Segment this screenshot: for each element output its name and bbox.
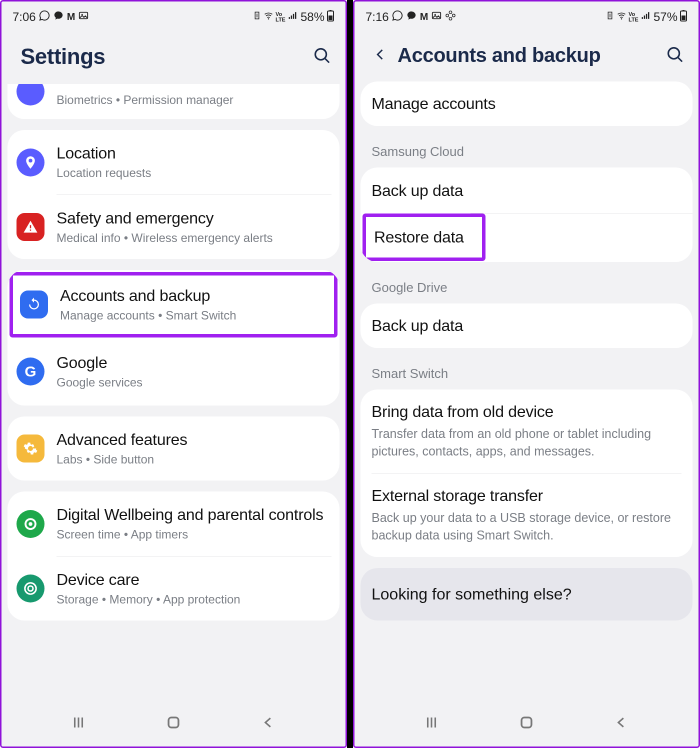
row-subtitle: Biometrics • Permission manager [56, 92, 330, 108]
row-restore-data[interactable]: Restore data [366, 217, 482, 258]
settings-row-advanced[interactable]: Advanced features Labs • Side button [8, 416, 340, 480]
row-subtitle: Storage • Memory • App protection [56, 592, 330, 608]
svg-rect-4 [328, 16, 332, 20]
shield-icon [16, 84, 44, 106]
photo-icon [78, 10, 89, 24]
card-manage-accounts: Manage accounts [360, 82, 692, 126]
card-google-drive: Back up data [360, 304, 692, 348]
settings-row-location[interactable]: Location Location requests [8, 130, 340, 194]
nav-bar [354, 708, 698, 746]
fan-icon [445, 10, 456, 24]
settings-row-safety[interactable]: Safety and emergency Medical info • Wire… [8, 195, 340, 259]
group-google-drive: Google Drive [360, 273, 692, 304]
svg-point-9 [25, 583, 36, 594]
wifi-icon [616, 10, 626, 23]
settings-card-cut: Biometrics • Permission manager [8, 84, 340, 119]
accounts-content[interactable]: Manage accounts Samsung Cloud Back up da… [354, 82, 698, 708]
settings-row-wellbeing[interactable]: Digital Wellbeing and parental controls … [8, 492, 340, 556]
row-backup-data-google[interactable]: Back up data [360, 304, 692, 348]
chat-icon [53, 10, 64, 24]
nav-recents[interactable] [71, 715, 86, 732]
settings-row-device-care[interactable]: Device care Storage • Memory • App prote… [8, 556, 340, 620]
settings-header: Settings [2, 29, 346, 84]
back-icon[interactable] [374, 45, 388, 66]
row-title: Bring data from old device [372, 402, 682, 421]
svg-rect-17 [682, 10, 684, 11]
phone-left: 7:06 M VoLTE 58% [0, 0, 347, 748]
settings-content[interactable]: Biometrics • Permission manager Location… [2, 84, 346, 708]
row-subtitle: Back up your data to a USB storage devic… [372, 509, 682, 544]
wifi-icon [264, 10, 274, 23]
svg-point-2 [268, 18, 270, 19]
nav-back[interactable] [261, 715, 276, 732]
signal-icon [640, 10, 650, 23]
search-icon[interactable] [312, 46, 332, 67]
gmail-icon: M [420, 11, 428, 22]
phone-right: 7:16 M VoLTE [353, 0, 700, 748]
battery-percent: 58% [300, 10, 324, 24]
row-title: Device care [56, 570, 330, 590]
nav-back[interactable] [614, 715, 629, 732]
row-title: Back up data [372, 316, 682, 335]
row-subtitle: Google services [56, 374, 330, 390]
row-subtitle: Labs • Side button [56, 452, 330, 468]
wellbeing-icon [16, 510, 44, 538]
nav-home[interactable] [165, 714, 182, 733]
image-divider [347, 0, 353, 748]
settings-card-advanced: Advanced features Labs • Side button [8, 416, 340, 480]
group-samsung-cloud: Samsung Cloud [360, 137, 692, 168]
row-title: Google [56, 352, 330, 372]
row-title: Restore data [374, 228, 464, 246]
row-title: Back up data [372, 182, 682, 200]
signal-icon [288, 10, 298, 23]
row-title: Advanced features [56, 430, 330, 450]
settings-row-biometrics[interactable]: Biometrics • Permission manager [8, 87, 340, 119]
svg-rect-16 [682, 16, 686, 20]
whatsapp-icon [39, 10, 50, 24]
looking-for-something[interactable]: Looking for something else? [360, 568, 692, 620]
nav-home[interactable] [518, 714, 535, 733]
highlight-accounts-backup: Accounts and backup Manage accounts • Sm… [10, 272, 338, 337]
card-smart-switch: Bring data from old device Transfer data… [360, 390, 692, 557]
row-manage-accounts[interactable]: Manage accounts [360, 82, 692, 126]
search-icon[interactable] [666, 45, 684, 66]
page-title: Settings [20, 44, 106, 69]
chat-icon [406, 10, 417, 24]
battery-icon [680, 10, 688, 24]
row-title: Manage accounts [372, 94, 682, 113]
svg-rect-19 [522, 718, 532, 728]
settings-row-google[interactable]: G Google Google services [8, 340, 340, 404]
page-title: Accounts and backup [398, 44, 600, 66]
row-subtitle: Location requests [56, 165, 330, 181]
battery-saver-icon [606, 11, 614, 22]
row-subtitle: Screen time • App timers [56, 526, 330, 542]
whatsapp-icon [392, 10, 403, 24]
battery-icon [326, 10, 334, 24]
google-icon: G [16, 358, 44, 386]
gear-icon [16, 434, 44, 462]
group-smart-switch: Smart Switch [360, 359, 692, 390]
svg-point-18 [668, 48, 680, 58]
accounts-header: Accounts and backup [354, 29, 698, 82]
volte-icon: VoLTE [628, 12, 638, 22]
battery-percent: 57% [654, 10, 678, 24]
row-subtitle: Manage accounts • Smart Switch [60, 308, 327, 324]
row-bring-data[interactable]: Bring data from old device Transfer data… [360, 390, 692, 473]
row-external-storage[interactable]: External storage transfer Back up your d… [360, 474, 692, 557]
svg-point-10 [28, 586, 33, 591]
card-samsung-cloud: Back up data Restore data [360, 168, 692, 262]
row-backup-data-samsung[interactable]: Back up data [360, 168, 692, 213]
nav-bar [2, 708, 346, 746]
svg-point-6 [316, 49, 326, 60]
settings-row-accounts-backup[interactable]: Accounts and backup Manage accounts • Sm… [13, 276, 334, 334]
svg-rect-11 [168, 718, 178, 728]
row-title: Location [56, 143, 330, 163]
svg-point-14 [621, 18, 622, 19]
sync-icon [20, 290, 48, 318]
device-care-icon [16, 574, 44, 602]
nav-recents[interactable] [424, 715, 439, 732]
svg-rect-5 [330, 10, 332, 11]
battery-saver-icon [252, 11, 262, 22]
gmail-icon: M [67, 11, 76, 22]
svg-point-8 [28, 522, 32, 526]
